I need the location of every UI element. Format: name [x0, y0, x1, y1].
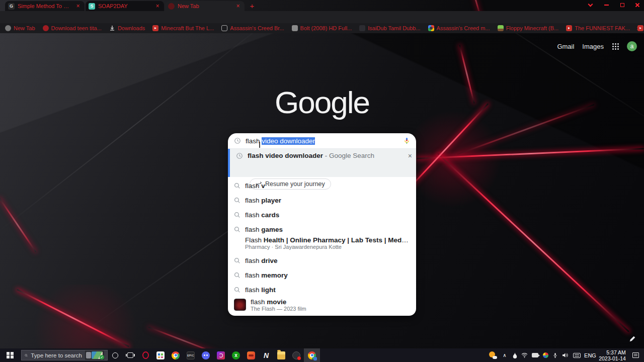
droplet-tray-icon[interactable]: [510, 348, 519, 362]
tab-close-icon[interactable]: ×: [154, 3, 161, 10]
bookmarks-overflow-icon[interactable]: »: [636, 25, 640, 32]
tab-close-icon[interactable]: ×: [234, 3, 242, 10]
suggestion-text: flash memory: [245, 272, 288, 279]
xbox-icon[interactable]: x: [228, 348, 244, 362]
gmail-link[interactable]: Gmail: [557, 43, 574, 50]
action-center-icon[interactable]: [627, 348, 644, 362]
swirl-app-icon[interactable]: [213, 348, 228, 362]
tab-2[interactable]: S SOAP2DAY ×: [86, 1, 164, 11]
gamepad-app-icon[interactable]: [244, 348, 259, 362]
suggestion-flash-drive[interactable]: flash drive: [228, 253, 416, 268]
youtube-icon: [566, 25, 572, 31]
search-highlight-image: ✓: [85, 350, 104, 360]
google-logo: Google: [0, 84, 644, 120]
suggestion-text: flash player: [245, 197, 281, 204]
browser-toolbar: Search Google or type a URL ↗ ★ �down; ⋮: [0, 11, 644, 23]
suggestion-text: flash movie: [251, 298, 306, 306]
highlighted-suggestion[interactable]: flash video downloader - Google Search ×…: [228, 149, 416, 177]
wallpaper-glow: [437, 153, 629, 332]
epic-games-icon[interactable]: EPIC: [183, 348, 198, 362]
opera-icon[interactable]: [138, 348, 153, 362]
search-icon: [25, 352, 28, 358]
monitor-icon: [221, 25, 227, 31]
speaker-icon[interactable]: [559, 348, 571, 362]
suggestion-flash-games[interactable]: flash games: [228, 222, 416, 237]
touch-keyboard-icon[interactable]: [571, 348, 583, 362]
tab-close-icon[interactable]: ×: [74, 3, 82, 10]
taskbar-search[interactable]: Type here to search ✓: [21, 350, 108, 360]
discord-icon[interactable]: [198, 348, 213, 362]
voice-search-mic-icon[interactable]: [404, 137, 410, 145]
bookmark-label: Floppy Minecraft (B...: [506, 25, 559, 31]
suggestion-flash-v[interactable]: flash v: [228, 178, 416, 193]
top-suggestion-row[interactable]: flash video downloader - Google Search ×: [230, 149, 418, 162]
suggestion-flash-light[interactable]: flash light: [228, 283, 416, 297]
chrome-icon[interactable]: [168, 348, 183, 362]
suggestion-flash-player[interactable]: flash player: [228, 193, 416, 208]
bookmark-item[interactable]: Assassin's Creed Br...: [221, 25, 284, 31]
new-tab-page: Gmail Images a Google flash video downlo…: [0, 33, 644, 348]
tab-3-active[interactable]: New Tab ×: [165, 1, 245, 11]
camera-tray-icon[interactable]: [529, 348, 540, 362]
search-icon: [234, 212, 240, 218]
restore-button[interactable]: [615, 0, 630, 10]
taskbar-search-placeholder: Type here to search: [31, 352, 82, 358]
bookmark-item[interactable]: Downloads: [109, 25, 145, 31]
search-icon: [234, 257, 240, 264]
microsoft-store-icon[interactable]: [153, 348, 168, 362]
microphone-tray-icon[interactable]: [550, 348, 559, 362]
newtab-favicon: [168, 3, 175, 10]
color-wheel-tray-icon[interactable]: [540, 348, 550, 362]
chrome-active-icon[interactable]: [304, 348, 320, 362]
bookmark-item[interactable]: Bolt (2008) HD Full...: [292, 25, 352, 31]
tab-1[interactable]: G Simple Method To Watch Puss i... ×: [5, 1, 85, 11]
task-view-icon[interactable]: [123, 348, 138, 362]
start-button[interactable]: [0, 348, 20, 362]
clock[interactable]: 5:37 AM2023-01-14: [598, 348, 627, 362]
site-icon: [359, 25, 365, 31]
bookmark-item[interactable]: Download teen tita...: [43, 25, 102, 31]
bookmark-item[interactable]: Minecraft But The L...: [152, 25, 214, 31]
cortana-icon[interactable]: [108, 348, 123, 362]
minimize-button[interactable]: [599, 0, 614, 10]
bookmark-item[interactable]: New Tab: [5, 25, 35, 31]
search-input[interactable]: flash video downloader: [228, 133, 416, 148]
suggestion-text: flash v: [245, 182, 265, 190]
search-icon: [234, 226, 240, 233]
customize-pencil-icon[interactable]: [628, 335, 636, 343]
wallpaper-glow: [0, 198, 37, 252]
record-app-icon[interactable]: [289, 348, 304, 362]
site-icon: [292, 25, 298, 31]
bookmark-item[interactable]: The FUNNIEST FAK...: [566, 25, 630, 31]
suggestion-flash-memory[interactable]: flash memory: [228, 268, 416, 283]
suggestion-text: flash cards: [245, 211, 279, 219]
images-link[interactable]: Images: [582, 43, 604, 50]
bookmark-label: IsaiDub Tamil Dubb...: [368, 25, 420, 31]
bookmark-label: Download teen tita...: [51, 25, 102, 31]
bookmark-item[interactable]: Floppy Minecraft (B...: [498, 25, 559, 31]
windows-logo-icon: [7, 352, 14, 359]
bookmark-item[interactable]: Assassin's Creed m...: [428, 25, 490, 31]
suggestion-flash-cards[interactable]: flash cards: [228, 208, 416, 222]
bookmark-label: Bolt (2008) HD Full...: [300, 25, 352, 31]
tray-expand-chevron-icon[interactable]: ∧: [499, 348, 510, 362]
google-apps-icon[interactable]: [612, 43, 619, 50]
close-button[interactable]: [630, 0, 644, 10]
suggestion-text: flash games: [245, 226, 283, 233]
file-explorer-icon[interactable]: [274, 348, 289, 362]
tab-search-chevron-icon[interactable]: [583, 0, 598, 10]
download-icon: [109, 25, 115, 31]
suggestion-entity-flash-health[interactable]: Flash Health | Online Pharmacy | Lab Tes…: [228, 235, 416, 254]
account-avatar[interactable]: a: [627, 41, 637, 51]
new-tab-button[interactable]: +: [248, 2, 257, 11]
weather-tray-icon[interactable]: [486, 348, 499, 362]
date-label: 2023-01-14: [599, 355, 626, 361]
bookmark-item[interactable]: IsaiDub Tamil Dubb...: [359, 25, 420, 31]
suggestion-flash-movie[interactable]: flash movie The Flash — 2023 film: [228, 296, 416, 314]
wifi-icon[interactable]: [519, 348, 529, 362]
google-g-icon: [428, 25, 434, 31]
language-indicator[interactable]: ENG: [583, 348, 598, 362]
remove-suggestion-icon[interactable]: ×: [408, 152, 412, 160]
n-app-icon[interactable]: N: [259, 348, 274, 362]
suggestion-text: flash light: [245, 286, 276, 294]
